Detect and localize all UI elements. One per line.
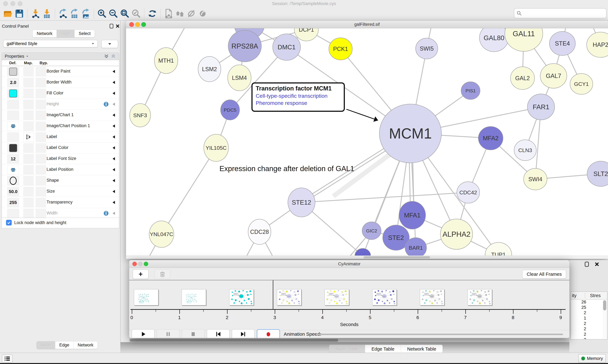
table-row[interactable]: 2	[571, 337, 607, 339]
export-table-icon[interactable]	[69, 9, 80, 19]
info-icon[interactable]	[103, 101, 109, 108]
expand-property-icon[interactable]	[112, 92, 115, 95]
search-box[interactable]	[514, 8, 607, 18]
expand-property-icon[interactable]	[112, 168, 115, 171]
frame-thumbnail-4[interactable]: MCM1	[277, 289, 301, 305]
property-row-height[interactable]: Height	[2, 99, 119, 110]
tab-node-table[interactable]: Node Table	[329, 345, 365, 353]
open-session-icon[interactable]	[2, 9, 14, 19]
expand-property-icon[interactable]	[112, 157, 115, 160]
export-network-icon[interactable]	[57, 9, 69, 19]
expand-property-icon[interactable]	[112, 212, 115, 215]
import-table-icon[interactable]	[41, 9, 53, 19]
property-row-border-width[interactable]: 2.0 Border Width	[2, 77, 119, 88]
minimize-icon[interactable]	[138, 262, 142, 266]
network-graph[interactable]: DCP1RPS28ADMC1PCK1SWI5GAL80GAL11STE4HAP2…	[126, 28, 608, 259]
close-panel-icon[interactable]	[115, 23, 120, 29]
table-row[interactable]: 25	[571, 305, 607, 310]
graphics-details-off-icon[interactable]	[186, 9, 197, 19]
properties-header[interactable]: Properties	[2, 53, 119, 60]
playhead[interactable]	[273, 280, 273, 310]
delete-frame-button[interactable]	[154, 269, 170, 279]
style-select[interactable]: galFiltered Style	[3, 40, 98, 47]
frame-thumbnail-2[interactable]	[182, 289, 206, 305]
close-panel-icon[interactable]	[594, 261, 600, 267]
property-row-image-chart-1[interactable]: Image/Chart 1	[2, 110, 119, 121]
collapse-all-icon[interactable]	[111, 53, 116, 59]
skip-to-start-button[interactable]	[207, 329, 230, 338]
table-hscrollbar[interactable]	[129, 338, 570, 342]
lock-size-checkbox[interactable]	[6, 220, 12, 225]
zoom-selected-icon[interactable]	[130, 9, 142, 19]
duplicate-view-icon[interactable]	[163, 9, 174, 19]
network-window-titlebar[interactable]: galFiltered.sif	[126, 21, 608, 28]
property-row-shape[interactable]: Shape	[2, 175, 119, 186]
network-hscrollbar[interactable]	[126, 256, 608, 259]
default-swatch[interactable]	[9, 144, 17, 152]
tab-edge[interactable]: Edge	[55, 341, 74, 349]
property-row-label-position[interactable]: Label Position	[2, 164, 119, 175]
annotation-box[interactable]: Transcription factor MCM1 Cell-type-spec…	[251, 82, 345, 112]
memory-button[interactable]: Memory	[578, 354, 606, 363]
speed-slider[interactable]	[316, 334, 563, 335]
zoom-in-icon[interactable]	[96, 9, 108, 19]
close-icon[interactable]	[129, 22, 134, 27]
expand-all-icon[interactable]	[104, 53, 109, 59]
style-options-button[interactable]	[101, 40, 118, 48]
frame-thumbnail-5[interactable]: MCM1	[325, 289, 349, 305]
refresh-view-icon[interactable]	[147, 9, 158, 19]
search-input[interactable]	[522, 11, 600, 16]
zoom-icon[interactable]	[144, 262, 148, 266]
session-homes-icon[interactable]	[174, 9, 186, 19]
table-row[interactable]: 26	[571, 300, 607, 305]
scrollbar-thumb[interactable]	[130, 339, 338, 342]
frame-thumbnail-1[interactable]	[134, 289, 158, 305]
tab-network-style[interactable]: Network	[74, 341, 97, 349]
col-stress[interactable]: Stres	[590, 293, 601, 298]
table-row[interactable]: 2	[571, 332, 607, 337]
frame-thumbnail-6[interactable]: MCM1	[372, 289, 397, 305]
record-button[interactable]	[257, 329, 280, 338]
table-vscrollbar[interactable]	[603, 300, 607, 338]
tab-select[interactable]: Select	[75, 30, 95, 37]
property-row-transparency[interactable]: 255 Transparency	[2, 197, 119, 208]
clear-all-frames-button[interactable]: Clear All Frames	[522, 270, 566, 279]
add-frame-button[interactable]: +	[133, 269, 149, 279]
table-row[interactable]: 2	[571, 310, 607, 316]
property-row-label-color[interactable]: Label Color	[2, 143, 119, 153]
expand-property-icon[interactable]	[112, 70, 115, 73]
zoom-icon[interactable]	[141, 22, 146, 27]
tab-node[interactable]: Node	[37, 341, 55, 349]
scrollbar-thumb[interactable]	[603, 300, 606, 310]
pause-button[interactable]	[157, 329, 180, 338]
skip-to-end-button[interactable]	[232, 329, 255, 338]
property-row-border-paint[interactable]: Border Paint	[2, 66, 119, 77]
property-row-fill-color[interactable]: Fill Color	[2, 88, 119, 99]
expand-property-icon[interactable]	[112, 135, 115, 139]
play-button[interactable]	[132, 329, 154, 338]
node-stats-table[interactable]: ity Stres 26252122222	[571, 291, 607, 339]
float-panel-icon[interactable]	[109, 23, 114, 29]
network-canvas[interactable]: DCP1RPS28ADMC1PCK1SWI5GAL80GAL11STE4HAP2…	[126, 28, 608, 259]
expand-property-icon[interactable]	[112, 114, 115, 117]
frame-thumbnail-3[interactable]: MCM1	[229, 289, 254, 305]
frame-thumbnail-8[interactable]: MCM1	[468, 289, 492, 305]
cyanimator-titlebar[interactable]: CyAnimator	[129, 260, 569, 268]
save-session-icon[interactable]	[14, 9, 25, 19]
import-network-icon[interactable]	[30, 9, 41, 19]
scrollbar-thumb[interactable]	[363, 256, 430, 258]
expand-property-icon[interactable]	[112, 81, 115, 84]
expand-property-icon[interactable]	[112, 124, 115, 128]
default-swatch[interactable]	[9, 90, 17, 97]
property-row-label[interactable]: Label	[2, 131, 119, 143]
close-icon[interactable]	[132, 262, 137, 266]
annotation-link-1[interactable]: Cell-type-specific transcription	[256, 93, 341, 99]
default-swatch[interactable]	[9, 68, 17, 76]
task-history-button[interactable]	[2, 354, 13, 363]
minimize-icon[interactable]	[135, 22, 140, 27]
expand-property-icon[interactable]	[112, 103, 115, 106]
zoom-fit-icon[interactable]	[119, 9, 130, 19]
frames-timeline[interactable]: Seconds 0 1 2 3 4 5 6 7 8 9MCM1MCM1MCM1M…	[129, 280, 569, 330]
expand-property-icon[interactable]	[112, 201, 115, 204]
export-image-icon[interactable]	[80, 9, 92, 19]
